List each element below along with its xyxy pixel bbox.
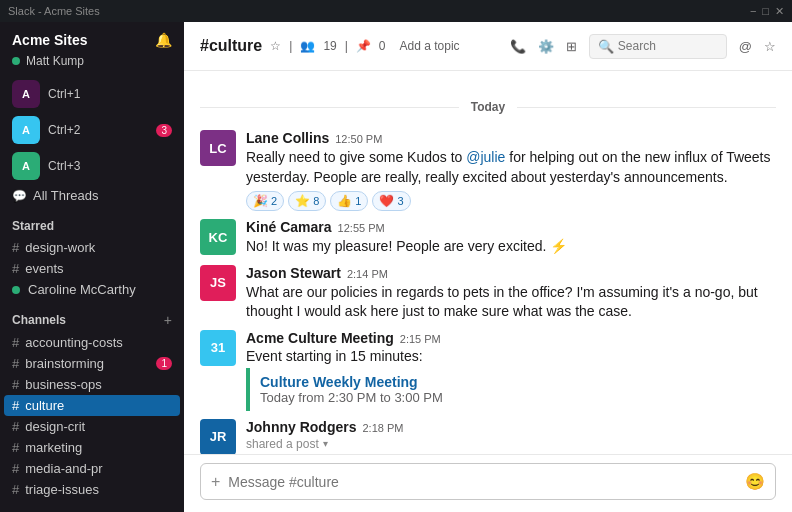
sidebar-item-accounting-costs[interactable]: # accounting-costs: [0, 332, 184, 353]
message: LC Lane Collins 12:50 PM Really need to …: [184, 126, 792, 215]
hash-icon: #: [12, 482, 19, 497]
sidebar-item-label: Ctrl+1: [48, 87, 80, 101]
sidebar-item-culture[interactable]: # culture: [4, 395, 180, 416]
star-icon[interactable]: ☆: [270, 39, 281, 53]
search-input[interactable]: [618, 39, 718, 53]
hash-icon: #: [12, 335, 19, 350]
sidebar-item-label: events: [25, 261, 63, 276]
maximize-button[interactable]: □: [762, 5, 769, 18]
sidebar-item-ctrl1[interactable]: A Ctrl+1: [0, 76, 184, 112]
reaction-button[interactable]: ⭐8: [288, 191, 326, 211]
bookmark-icon[interactable]: ☆: [764, 39, 776, 54]
message-input[interactable]: [228, 474, 737, 490]
sidebar-item-ctrl2[interactable]: A Ctrl+2 3: [0, 112, 184, 148]
sidebar-item-label: media-and-pr: [25, 461, 102, 476]
unread-badge: 3: [156, 124, 172, 137]
hash-icon: #: [12, 240, 19, 255]
sidebar-item-caroline[interactable]: Caroline McCarthy: [0, 279, 184, 300]
phone-icon[interactable]: 📞: [510, 39, 526, 54]
avatar: A: [12, 116, 40, 144]
gear-icon[interactable]: ⚙️: [538, 39, 554, 54]
event-message: 31 Acme Culture Meeting 2:15 PM Event st…: [184, 326, 792, 415]
message-content: Jason Stewart 2:14 PM What are our polic…: [246, 265, 776, 322]
workspace-name[interactable]: Acme Sites: [12, 32, 87, 48]
all-threads-label: All Threads: [33, 188, 99, 203]
notification-bell-icon[interactable]: 🔔: [155, 32, 172, 48]
hash-icon: #: [12, 377, 19, 392]
starred-section-title: Starred: [12, 219, 54, 233]
layout-icon[interactable]: ⊞: [566, 39, 577, 54]
minimize-button[interactable]: −: [750, 5, 756, 18]
message: JS Jason Stewart 2:14 PM What are our po…: [184, 261, 792, 326]
dm-section-header: Direct Messages +: [0, 500, 184, 512]
sidebar-item-label: Caroline McCarthy: [28, 282, 136, 297]
sidebar-item-label: brainstorming: [25, 356, 104, 371]
messages-area: Today LC Lane Collins 12:50 PM Really ne…: [184, 71, 792, 454]
avatar: KC: [200, 219, 236, 255]
event-time-range: Today from 2:30 PM to 3:00 PM: [260, 390, 766, 405]
sidebar-item-triage-issues[interactable]: # triage-issues: [0, 479, 184, 500]
at-icon[interactable]: @: [739, 39, 752, 54]
message: JR Johnny Rodgers 2:18 PM shared a post …: [184, 415, 792, 454]
message-time: 2:18 PM: [362, 422, 403, 434]
reaction-button[interactable]: ❤️3: [372, 191, 410, 211]
channel-divider: |: [289, 39, 292, 53]
avatar: JS: [200, 265, 236, 301]
sidebar-item-design-work[interactable]: # design-work: [0, 237, 184, 258]
channels-section-title: Channels: [12, 313, 66, 327]
sidebar-item-business-ops[interactable]: # business-ops: [0, 374, 184, 395]
avatar: LC: [200, 130, 236, 166]
sidebar-item-marketing[interactable]: # marketing: [0, 437, 184, 458]
sidebar-item-media-and-pr[interactable]: # media-and-pr: [0, 458, 184, 479]
user-status-row: Matt Kump: [0, 52, 184, 76]
reaction-button[interactable]: 👍1: [330, 191, 368, 211]
add-channel-icon[interactable]: +: [164, 312, 172, 328]
event-title[interactable]: Culture Weekly Meeting: [260, 374, 766, 390]
attach-icon[interactable]: +: [211, 473, 220, 491]
message-reactions: 🎉2 ⭐8 👍1 ❤️3: [246, 191, 776, 211]
sidebar-item-design-crit[interactable]: # design-crit: [0, 416, 184, 437]
sidebar-item-label: culture: [25, 398, 64, 413]
app-title: Slack - Acme Sites: [8, 5, 100, 17]
share-label: shared a post: [246, 437, 319, 451]
message-author: Jason Stewart: [246, 265, 341, 281]
search-icon: 🔍: [598, 39, 614, 54]
sidebar-item-brainstorming[interactable]: # brainstorming 1: [0, 353, 184, 374]
sidebar-item-events[interactable]: # events: [0, 258, 184, 279]
online-status-dot: [12, 286, 20, 294]
channel-name: #culture: [200, 37, 262, 55]
channel-divider: |: [345, 39, 348, 53]
message-input-area: + 😊: [184, 454, 792, 512]
all-threads-item[interactable]: 💬 All Threads: [0, 184, 184, 207]
message-author: Lane Collins: [246, 130, 329, 146]
search-box[interactable]: 🔍: [589, 34, 727, 59]
avatar: JR: [200, 419, 236, 454]
window-controls[interactable]: − □ ✕: [750, 5, 784, 18]
message-author: Johnny Rodgers: [246, 419, 356, 435]
hash-icon: #: [12, 440, 19, 455]
message-text: What are our policies in regards to pets…: [246, 283, 776, 322]
emoji-picker-icon[interactable]: 😊: [745, 472, 765, 491]
hash-icon: #: [12, 461, 19, 476]
close-button[interactable]: ✕: [775, 5, 784, 18]
message-input-box: + 😊: [200, 463, 776, 500]
avatar: A: [12, 80, 40, 108]
message-content: Johnny Rodgers 2:18 PM shared a post ▾ 📄…: [246, 419, 776, 454]
message-header: Kiné Camara 12:55 PM: [246, 219, 776, 235]
message-time: 12:50 PM: [335, 133, 382, 145]
starred-section-header: Starred: [0, 207, 184, 237]
pin-icon: 📌: [356, 39, 371, 53]
channel-header: #culture ☆ | 👥 19 | 📌 0 Add a topic 📞 ⚙️…: [184, 22, 792, 71]
message-author: Acme Culture Meeting: [246, 330, 394, 346]
mention[interactable]: @julie: [466, 149, 505, 165]
sidebar-item-label: Ctrl+2: [48, 123, 80, 137]
reaction-button[interactable]: 🎉2: [246, 191, 284, 211]
chevron-down-icon: ▾: [323, 438, 328, 449]
sidebar-item-label: business-ops: [25, 377, 102, 392]
add-topic[interactable]: Add a topic: [400, 39, 460, 53]
hash-icon: #: [12, 419, 19, 434]
sidebar-item-ctrl3[interactable]: A Ctrl+3: [0, 148, 184, 184]
message-header: Johnny Rodgers 2:18 PM: [246, 419, 776, 435]
share-row: shared a post ▾: [246, 437, 776, 451]
current-user-name: Matt Kump: [26, 54, 84, 68]
